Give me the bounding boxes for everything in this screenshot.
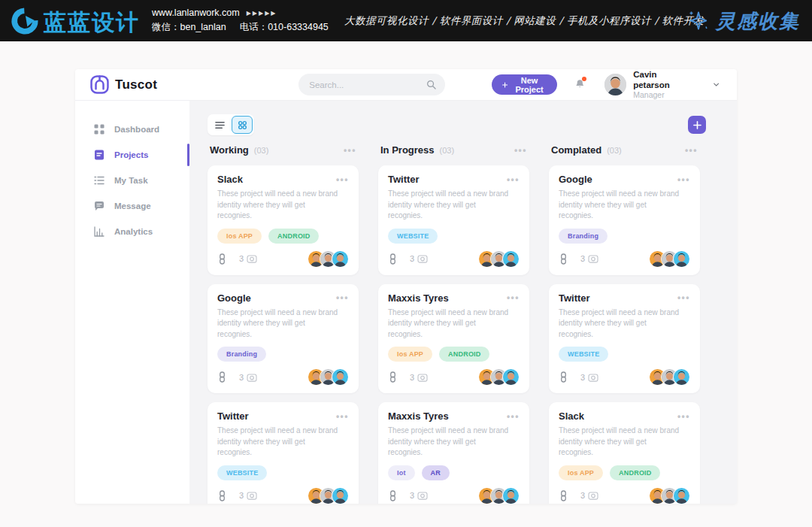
tag-iot: Iot: [388, 465, 415, 480]
camera-icon: [247, 254, 257, 263]
user-info: Cavin petarson Manager: [633, 69, 679, 100]
app-header: Tuscot New Project Cavin petarson Manage…: [75, 69, 737, 101]
avatar: [502, 250, 520, 268]
column-cards: Slack ••• These project will need a new …: [208, 165, 359, 504]
card-menu-icon[interactable]: •••: [677, 175, 690, 184]
card-tags: Branding: [217, 347, 349, 362]
project-card[interactable]: Twitter ••• These project will need a ne…: [549, 284, 700, 394]
project-card[interactable]: Google ••• These project will need a new…: [549, 165, 700, 275]
card-footer: 3: [388, 487, 520, 504]
link-icon[interactable]: [217, 371, 227, 383]
user-role: Manager: [633, 90, 679, 100]
camera-icon: [417, 254, 428, 263]
card-menu-icon[interactable]: •••: [677, 293, 690, 302]
user-avatar[interactable]: [604, 74, 626, 95]
sidebar-item-my-task[interactable]: My Task: [75, 168, 189, 193]
card-avatars: [308, 250, 349, 268]
card-menu-icon[interactable]: •••: [336, 175, 349, 184]
camera-icon: [247, 373, 257, 382]
bell-icon[interactable]: [575, 78, 585, 92]
link-icon[interactable]: [217, 253, 227, 265]
tag-ios: Ios APP: [217, 229, 262, 244]
card-tags: Ios APPANDROID: [388, 347, 520, 362]
list-view-icon[interactable]: [209, 116, 230, 134]
banner-contact: www.lanlanwork.com▶▶▶▶▶ 微信：ben_lanlan电话：…: [152, 6, 329, 35]
card-title: Twitter: [388, 174, 420, 185]
sidebar-item-projects[interactable]: Projects: [75, 142, 189, 168]
tag-website: WEBSITE: [388, 229, 438, 244]
phone-info: 电话：010-63334945: [240, 22, 329, 32]
project-card[interactable]: Maxxis Tyres ••• These project will need…: [378, 284, 529, 394]
sidebar-item-dashboard[interactable]: Dashboard: [75, 117, 189, 142]
project-card[interactable]: Slack ••• These project will need a new …: [208, 165, 359, 275]
search-bar[interactable]: [298, 74, 445, 95]
new-project-button[interactable]: New Project: [492, 74, 556, 95]
card-footer: 3: [388, 368, 520, 386]
tag-android: ANDROID: [268, 229, 319, 244]
card-tags: WEBSITE: [559, 347, 690, 362]
card-menu-icon[interactable]: •••: [507, 175, 520, 184]
card-avatars: [649, 368, 690, 386]
sidebar-item-analytics[interactable]: Analytics: [75, 219, 189, 244]
lanlan-logo-icon: [11, 7, 39, 35]
card-avatars: [649, 487, 690, 504]
card-footer: 3: [559, 487, 690, 504]
camera-icon: [247, 491, 257, 500]
link-icon[interactable]: [388, 253, 398, 265]
notification-dot: [582, 77, 586, 81]
card-footer: 3: [217, 250, 349, 268]
add-column-button[interactable]: [688, 116, 706, 134]
column-menu-icon[interactable]: •••: [514, 146, 527, 155]
avatar: [673, 250, 690, 268]
project-card[interactable]: Twitter ••• These project will need a ne…: [208, 402, 359, 504]
plus-icon: [502, 81, 508, 89]
avatar: [673, 368, 690, 386]
card-description: These project will need a new brand iden…: [559, 189, 683, 222]
camera-icon: [588, 254, 598, 263]
column-menu-icon[interactable]: •••: [685, 146, 698, 155]
tag-android: ANDROID: [439, 347, 489, 362]
card-description: These project will need a new brand iden…: [217, 426, 341, 459]
website-link[interactable]: www.lanlanwork.com: [152, 8, 240, 18]
link-icon[interactable]: [388, 490, 398, 501]
app-logo[interactable]: Tuscot: [90, 75, 157, 94]
chevron-down-icon[interactable]: [714, 82, 719, 87]
project-card[interactable]: Slack ••• These project will need a new …: [549, 402, 700, 504]
project-card[interactable]: Maxxis Tyres ••• These project will need…: [378, 402, 529, 504]
card-footer: 3: [217, 368, 349, 386]
card-avatars: [478, 250, 520, 268]
card-description: These project will need a new brand iden…: [217, 307, 341, 341]
grid-view-icon[interactable]: [232, 116, 253, 134]
tag-branding: Branding: [559, 229, 607, 244]
project-card[interactable]: Google ••• These project will need a new…: [208, 284, 359, 394]
services-list: 大数据可视化设计 / 软件界面设计 / 网站建设 / 手机及小程序设计 / 软件…: [344, 14, 704, 28]
column-header: Working (03) •••: [208, 144, 359, 156]
column-header: In Progress (03) •••: [378, 144, 529, 156]
app-window: Tuscot New Project Cavin petarson Manage…: [75, 69, 737, 504]
search-icon: [426, 80, 436, 89]
card-menu-icon[interactable]: •••: [677, 412, 690, 421]
link-icon[interactable]: [559, 371, 568, 383]
column-count: (03): [440, 146, 455, 155]
link-icon[interactable]: [559, 253, 568, 265]
sidebar-item-message[interactable]: Message: [75, 193, 189, 219]
board-toolbar: [208, 114, 719, 135]
card-description: These project will need a new brand iden…: [559, 307, 683, 341]
card-menu-icon[interactable]: •••: [336, 293, 349, 302]
search-input[interactable]: [308, 80, 426, 90]
link-icon[interactable]: [388, 371, 398, 383]
card-description: These project will need a new brand iden…: [388, 426, 512, 459]
avatar: [332, 368, 349, 386]
attachment-count: 3: [580, 373, 585, 382]
card-description: These project will need a new brand iden…: [217, 189, 341, 222]
card-tags: Branding: [559, 229, 690, 244]
link-icon[interactable]: [217, 490, 227, 501]
card-menu-icon[interactable]: •••: [507, 412, 520, 421]
camera-icon: [417, 373, 428, 382]
column-menu-icon[interactable]: •••: [344, 146, 356, 155]
card-menu-icon[interactable]: •••: [336, 412, 349, 421]
link-icon[interactable]: [559, 490, 568, 501]
project-card[interactable]: Twitter ••• These project will need a ne…: [378, 165, 529, 275]
projects-icon: [94, 150, 105, 160]
card-menu-icon[interactable]: •••: [507, 293, 520, 302]
